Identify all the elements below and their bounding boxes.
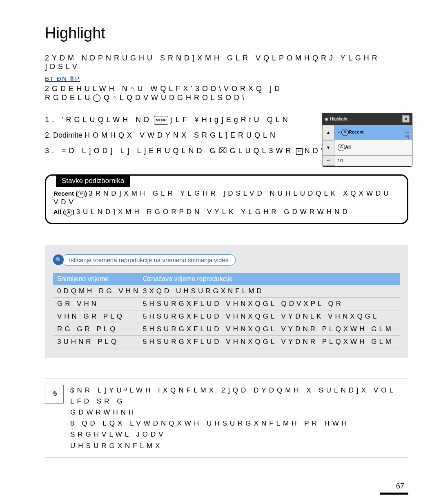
option-recent[interactable]: ✓ R Recent ☟ — [334, 125, 412, 140]
playback-table-box: 🔍 Isticanje vremena reprodukcije na vrem… — [45, 245, 408, 358]
intro-text: 2YDM NDPNRUGHU SRND]XMH GLR VQLPOMHQRJ Y… — [45, 54, 408, 71]
note-line-1: $NR L]YUªLWH IXQNFLMX 2]QD DYDQMH X SULN… — [70, 385, 408, 407]
cell-recorded: VHN GR PLQ — [57, 312, 143, 321]
cell-recorded: RG GR PLQ — [57, 325, 143, 333]
scroll-up-button[interactable]: ▲ — [322, 125, 334, 140]
all-label: All ( — [53, 208, 65, 215]
close-icon[interactable]: ✕ — [402, 115, 410, 123]
cell-recorded: 3UHNR PLQ — [57, 338, 143, 346]
recent-desc: 3RND]XMH GLR YLGHR ]DSLVD NUHLUDQLK XQXW… — [53, 190, 391, 206]
cell-recorded: GR VHN — [57, 300, 143, 308]
th-playback: Označava vrijeme reprodukcije — [143, 275, 233, 283]
submenu-title: Stavke podizbornika — [56, 175, 130, 187]
step-2-text: HOMHQX VWDYNX SRGL]ERUQLN — [85, 131, 278, 139]
page-title: Highlight — [45, 25, 105, 42]
note-line-2: 8 QD LQX LVWDNQXWH UHSURGXNFLMH PR HWH S… — [70, 418, 408, 440]
table-row: GR VHN5HSURGXFLUD VHNXQGL QDVXPL QR — [53, 298, 400, 310]
table-row: VHN GR PLQ5HSURGXFLUD VHNXQGL VYDNLK VHN… — [53, 310, 400, 323]
step-3-text-a: 3. =D L]OD] L] L]ERUQLND G⌧GLUQL3WR — [45, 147, 294, 155]
back-button[interactable]: ↩ — [322, 155, 335, 166]
all-badge-icon: A — [65, 209, 72, 216]
cell-playback: 5HSURGXFLUD VHNXQGL VYDNR PLQXWH GLM — [143, 325, 394, 333]
option-all[interactable]: A All — [334, 140, 412, 155]
note-icon: ✎ — [45, 385, 64, 404]
table-header: Snimljeno vrijeme Označava vrijeme repro… — [53, 273, 400, 285]
page-indicator: 1/1 — [335, 155, 412, 166]
table-row: 0DQMH RG VHN3XQD UHSURGXNFLMD — [53, 285, 400, 298]
step-1-text-a: 1. 'RGLUQLWH ND — [45, 116, 152, 124]
cell-playback: 5HSURGXFLUD VHNXQGL QDVXPL QR — [143, 300, 343, 308]
table-row: RG GR PLQ5HSURGXFLUD VHNXQGL VYDNR PLQXW… — [53, 323, 400, 336]
steps-list: 1. 'RGLUQLWH ND MENU )LF ¥Hig]EgRtU QLN … — [45, 113, 408, 158]
cell-playback: 3XQD UHSURGXNFLMD — [143, 287, 264, 295]
scroll-down-button[interactable]: ▼ — [322, 140, 334, 155]
th-recorded: Snimljeno vrijeme — [57, 275, 143, 283]
note-line-1b: GDWRWHNH — [70, 407, 408, 418]
recent-badge-icon: R — [78, 191, 85, 198]
submenu-callout: Stavke podizbornika Recent (R) 3RND]XMH … — [45, 174, 408, 224]
all-desc: 3ULND]XMH RGORPDN VYLK YLGHR GDWRWHND — [76, 208, 350, 216]
note-section: ✎ $NR L]YUªLWH IXQNFLMX 2]QD DYDQMH X SU… — [45, 379, 408, 457]
page-number: 67 — [45, 482, 408, 491]
step-2-prefix: 2. Dodirnite — [45, 131, 82, 139]
search-icon: 🔍 — [53, 254, 64, 265]
cell-playback: 5HSURGXFLUD VHNXQGL VYDNR PLQXWH GLM — [143, 338, 394, 346]
paragraph-2: 2GDEHULWH N⌂U WQLFX'3OD\VORXQ ]D RGDELU◯… — [45, 85, 408, 102]
step-1-text-b: )LF ¥Hig]EgRtU QLN — [170, 116, 291, 124]
playback-caption: Isticanje vremena reprodukcije na vremen… — [61, 254, 236, 265]
reference-link[interactable]: BT ÐN ®P — [45, 75, 80, 82]
return-icon: ↩ — [296, 148, 303, 155]
menu-button-icon: MENU — [154, 116, 168, 125]
cell-recorded: 0DQMH RG VHN — [57, 287, 143, 295]
recent-label: Recent ( — [53, 190, 78, 197]
device-screenshot: ◉ Highlight ✕ ▲ ▼ ✓ R Recent ☟ A All — [322, 113, 412, 167]
ss-title: ◉ Highlight — [325, 115, 347, 123]
note-line-2b: UHSURGXNFLMX — [70, 440, 408, 451]
cell-playback: 5HSURGXFLUD VHNXQGL VYDNLK VHNXQGL — [143, 312, 379, 321]
table-row: 3UHNR PLQ5HSURGXFLUD VHNXQGL VYDNR PLQXW… — [53, 336, 400, 348]
